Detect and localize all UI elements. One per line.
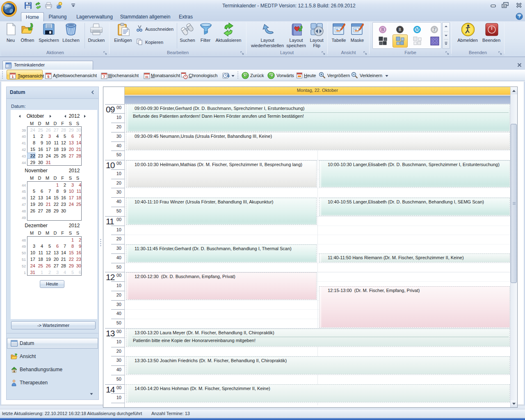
svg-text:7: 7 — [103, 75, 105, 79]
svg-text:M: M — [415, 27, 419, 32]
svg-text:7: 7 — [433, 27, 436, 32]
svg-text:B: B — [381, 27, 384, 32]
svg-text:?: ? — [518, 14, 521, 19]
svg-text:31: 31 — [145, 75, 148, 78]
svg-text:B: B — [398, 27, 401, 32]
svg-text:1: 1 — [11, 75, 14, 79]
svg-text:5: 5 — [47, 75, 49, 79]
